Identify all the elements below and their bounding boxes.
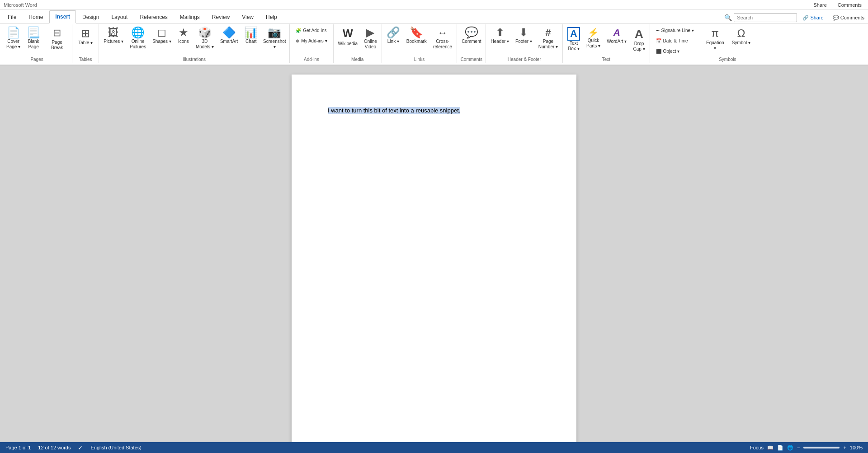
drop-cap-button[interactable]: A DropCap ▾	[630, 25, 647, 54]
online-pictures-label: OnlinePictures	[130, 39, 146, 50]
tab-design[interactable]: Design	[76, 11, 105, 23]
tables-group-label: Tables	[79, 56, 92, 62]
online-pictures-icon: 🌐	[131, 27, 145, 38]
page-break-icon: ⊟	[53, 27, 61, 39]
shapes-icon: ◻	[157, 27, 166, 38]
bookmark-button[interactable]: 🔖 Bookmark	[404, 25, 429, 54]
pictures-icon: 🖼	[108, 27, 119, 38]
zoom-in-btn[interactable]: +	[843, 445, 846, 450]
chart-icon: 📊	[244, 27, 258, 38]
cross-reference-button[interactable]: ↔ Cross-reference	[430, 25, 455, 54]
ribbon-tabs: File Home Insert Design Layout Reference…	[0, 10, 868, 23]
share-btn[interactable]: 🔗 Share	[799, 14, 827, 22]
symbol-button[interactable]: Ω Symbol ▾	[729, 25, 753, 54]
document-area: I want to turn this bit of text into a r…	[0, 65, 868, 444]
tab-mailings[interactable]: Mailings	[174, 11, 206, 23]
date-time-button[interactable]: 📅 Date & Time	[652, 36, 698, 46]
comment-button[interactable]: 💬 Comment	[459, 25, 484, 54]
tab-home[interactable]: Home	[23, 11, 49, 23]
document-page[interactable]: I want to turn this bit of text into a r…	[292, 75, 576, 444]
object-icon: ⬛	[656, 49, 661, 54]
date-time-icon: 📅	[656, 38, 661, 43]
signature-line-icon: ✒	[656, 28, 660, 33]
document-content[interactable]: I want to turn this bit of text into a r…	[328, 107, 540, 114]
3d-models-label: 3DModels ▾	[196, 39, 214, 50]
my-addins-button[interactable]: ⊕ My Add-ins ▾	[292, 36, 331, 46]
chart-button[interactable]: 📊 Chart	[241, 25, 260, 54]
app-title: Microsoft Word	[4, 2, 37, 8]
ribbon-group-pages: 📄 CoverPage ▾ 📃 BlankPage ⊟ Page Break P…	[2, 24, 72, 63]
language[interactable]: English (United States)	[90, 445, 142, 450]
table-button[interactable]: ⊞ Table ▾	[74, 25, 97, 54]
text-box-button[interactable]: A TextBox ▾	[565, 25, 583, 54]
page-info: Page 1 of 1	[5, 445, 31, 450]
zoom-out-btn[interactable]: −	[797, 445, 800, 450]
object-label: Object ▾	[663, 49, 680, 54]
get-addins-button[interactable]: 🧩 Get Add-ins	[292, 25, 331, 35]
quick-parts-icon: ⚡	[588, 27, 599, 38]
tab-file[interactable]: File	[2, 11, 22, 23]
tab-insert[interactable]: Insert	[49, 10, 76, 23]
read-mode-icon[interactable]: 📖	[767, 445, 774, 451]
icons-button[interactable]: ★ Icons	[175, 25, 192, 54]
online-pictures-button[interactable]: 🌐 OnlinePictures	[127, 25, 149, 54]
chart-label: Chart	[245, 39, 256, 44]
wikipedia-button[interactable]: W Wikipedia	[335, 25, 360, 54]
pictures-button[interactable]: 🖼 Pictures ▾	[101, 25, 126, 54]
page-number-label: PageNumber ▾	[538, 39, 558, 50]
footer-button[interactable]: ⬇ Footer ▾	[513, 25, 535, 54]
screenshot-button[interactable]: 📷 Screenshot ▾	[261, 25, 288, 54]
share-button[interactable]: Share	[811, 2, 829, 8]
zoom-slider[interactable]	[803, 447, 840, 448]
table-label: Table ▾	[78, 40, 93, 46]
page-number-button[interactable]: # PageNumber ▾	[536, 25, 561, 54]
wordart-button[interactable]: A WordArt ▾	[604, 25, 629, 54]
ribbon: 📄 CoverPage ▾ 📃 BlankPage ⊟ Page Break P…	[0, 23, 868, 65]
cover-page-button[interactable]: 📄 CoverPage ▾	[4, 25, 23, 54]
page-break-button[interactable]: ⊟ Page Break	[44, 25, 70, 54]
header-button[interactable]: ⬆ Header ▾	[488, 25, 512, 54]
shapes-button[interactable]: ◻ Shapes ▾	[150, 25, 174, 54]
ribbon-group-links: 🔗 Link ▾ 🔖 Bookmark ↔ Cross-reference Li…	[382, 24, 457, 63]
tab-review[interactable]: Review	[206, 11, 236, 23]
page-break-label: Page Break	[47, 40, 67, 51]
online-video-icon: ▶	[366, 27, 374, 38]
tab-layout[interactable]: Layout	[105, 11, 133, 23]
status-bar: Page 1 of 1 12 of 12 words ✓ English (Un…	[0, 442, 868, 453]
my-addins-label: My Add-ins ▾	[301, 38, 327, 43]
link-button[interactable]: 🔗 Link ▾	[384, 25, 403, 54]
online-video-label: OnlineVideo	[364, 39, 377, 50]
screenshot-label: Screenshot ▾	[263, 39, 286, 50]
equation-icon: π	[712, 27, 719, 40]
spell-check-icon[interactable]: ✓	[78, 444, 83, 451]
zoom-percent: 100%	[850, 445, 863, 450]
search-input[interactable]	[734, 13, 797, 22]
online-video-button[interactable]: ▶ OnlineVideo	[361, 25, 380, 54]
tab-view[interactable]: View	[236, 11, 259, 23]
object-button[interactable]: ⬛ Object ▾	[652, 46, 698, 56]
equation-button[interactable]: π Equation ▾	[702, 25, 728, 54]
signature-line-button[interactable]: ✒ Signature Line ▾	[652, 25, 698, 35]
blank-page-label: BlankPage	[28, 39, 39, 50]
illustrations-group-label: Illustrations	[183, 56, 206, 62]
header-label: Header ▾	[491, 39, 509, 44]
web-layout-icon[interactable]: 🌐	[787, 445, 793, 451]
ribbon-group-header-footer: ⬆ Header ▾ ⬇ Footer ▾ # PageNumber ▾ Hea…	[486, 24, 563, 63]
3d-models-button[interactable]: 🎲 3DModels ▾	[193, 25, 217, 54]
screenshot-icon: 📷	[268, 27, 281, 38]
text-box-label: TextBox ▾	[568, 41, 580, 51]
wordart-icon: A	[613, 27, 620, 39]
ribbon-group-comments: 💬 Comment Comments	[457, 24, 486, 63]
tab-help[interactable]: Help	[260, 11, 283, 23]
wikipedia-icon: W	[343, 27, 353, 40]
cross-reference-icon: ↔	[438, 27, 448, 39]
comments-btn[interactable]: 💬 Comments	[829, 14, 868, 22]
blank-page-button[interactable]: 📃 BlankPage	[24, 25, 43, 54]
comments-button[interactable]: Comments	[835, 2, 864, 8]
print-layout-icon[interactable]: 📄	[777, 445, 783, 451]
smartart-button[interactable]: 🔷 SmartArt	[217, 25, 241, 54]
tab-references[interactable]: References	[134, 11, 173, 23]
focus-label[interactable]: Focus	[750, 445, 764, 450]
quick-parts-button[interactable]: ⚡ QuickParts ▾	[584, 25, 603, 54]
pages-group-label: Pages	[30, 56, 43, 62]
